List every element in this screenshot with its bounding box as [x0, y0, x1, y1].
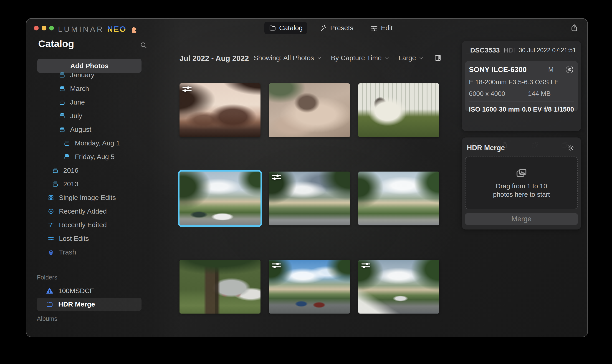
photo-image — [269, 83, 350, 137]
sidebar-item-single-image-edits[interactable]: Single Image Edits — [37, 191, 147, 205]
tab-label: Edit — [381, 24, 393, 32]
sidebar-item-july[interactable]: July — [37, 109, 147, 123]
sidebar-item-august[interactable]: August — [37, 123, 147, 136]
filter-label: Showing: All Photos — [254, 54, 314, 62]
item-label: Lost Edits — [59, 235, 89, 242]
item-label: Trash — [59, 248, 76, 256]
filter-sort-dropdown[interactable]: By Capture Time — [331, 54, 389, 62]
add-photos-label: Add Photos — [70, 62, 109, 70]
edited-badge-icon — [361, 262, 371, 269]
photo-image — [180, 260, 261, 313]
camera-info-card: SONY ILCE-6300 M E 18-200mm F3.5-6.3 OSS… — [465, 61, 578, 111]
app-logo: LUMINAR NEO — [58, 25, 138, 34]
image-dimensions: 6000 x 4000 — [469, 90, 505, 97]
sidebar-item-2013[interactable]: 2013 — [37, 177, 147, 191]
sidebar-item-march[interactable]: March — [37, 82, 147, 95]
photo-thumbnail-5[interactable] — [269, 171, 350, 225]
photo-info-card: _DSC3533_HDR 30 Jul 2022 07:21:51 SONY I… — [462, 41, 581, 131]
edited-badge-icon — [272, 262, 281, 269]
camera-icon — [565, 65, 574, 74]
hdr-merge-title: HDR Merge — [467, 144, 505, 152]
chevron-down-icon — [317, 55, 322, 60]
shooting-mode-badge: M — [548, 66, 554, 73]
date-range-title: Jul 2022 - Aug 2022 — [180, 54, 249, 63]
folders-section-label: Folders — [37, 274, 57, 281]
item-label: HDR Merge — [58, 300, 95, 308]
sidebar-item-lost-edits[interactable]: Lost Edits — [37, 232, 147, 245]
calendar-icon — [52, 181, 58, 187]
hdr-merge-panel: HDR Merge Drag from 1 to 10 photos here … — [462, 137, 581, 230]
sliders-icon — [48, 222, 54, 228]
camera-model: SONY ILCE-6300 — [469, 65, 548, 74]
photo-thumbnail-7[interactable] — [180, 260, 261, 313]
item-label: 2016 — [63, 167, 79, 174]
divider — [469, 102, 574, 102]
iso-value: ISO 1600 — [469, 106, 497, 113]
catalog-tree: January March June July August Monday, A… — [37, 71, 147, 260]
photo-thumbnail-4-selected[interactable] — [180, 171, 261, 225]
calendar-icon — [59, 126, 65, 133]
tab-edit[interactable]: Edit — [366, 22, 397, 34]
luminar-neo-window: LUMINAR NEO Catalog Presets Edit Catalog… — [26, 18, 588, 337]
puzzle-icon — [130, 25, 138, 33]
focal-length-value: 30 mm — [499, 106, 520, 113]
chevron-down-icon — [419, 55, 424, 60]
photo-grid — [180, 83, 439, 313]
sidebar-item-monday-aug-1[interactable]: Monday, Aug 1 — [37, 136, 147, 150]
photo-image — [358, 83, 439, 137]
sidebar-item-trash[interactable]: Trash — [37, 245, 147, 259]
hdr-drop-zone[interactable]: Drag from 1 to 10 photos here to start — [465, 156, 578, 209]
sidebar-item-june[interactable]: June — [37, 95, 147, 109]
merge-button[interactable]: Merge — [465, 213, 578, 225]
folder-icon — [46, 301, 53, 308]
photos-icon — [515, 167, 527, 179]
item-label: August — [70, 126, 91, 133]
item-label: 100MSDCF — [58, 287, 94, 295]
photo-thumbnail-2[interactable] — [269, 83, 350, 137]
photo-thumbnail-1[interactable] — [180, 83, 261, 137]
panel-layout-icon[interactable] — [434, 54, 442, 62]
shutter-speed-value: 1/1500 — [554, 106, 574, 113]
photo-image — [180, 171, 261, 225]
calendar-icon — [59, 113, 65, 119]
photo-thumbnail-6[interactable] — [358, 171, 439, 225]
filter-showing-dropdown[interactable]: Showing: All Photos — [254, 54, 322, 62]
photo-thumbnail-8[interactable] — [269, 260, 350, 313]
sidebar-item-hdr-merge[interactable]: HDR Merge — [46, 300, 95, 308]
sidebar-item-recently-edited[interactable]: Recently Edited — [37, 218, 147, 232]
photo-thumbnail-9[interactable] — [358, 260, 439, 313]
sidebar-item-100msdcf[interactable]: 100MSDCF — [46, 287, 94, 295]
tab-catalog[interactable]: Catalog — [264, 22, 307, 34]
zoom-window-button[interactable] — [49, 26, 54, 30]
sliders-icon — [371, 24, 378, 32]
filename-fade — [500, 46, 518, 54]
sidebar-item-2016[interactable]: 2016 — [37, 164, 147, 177]
item-label: March — [70, 85, 89, 92]
filter-label: By Capture Time — [331, 54, 382, 62]
item-label: June — [70, 98, 85, 106]
sidebar-item-recently-added[interactable]: Recently Added — [37, 205, 147, 218]
filter-thumbnail-size-dropdown[interactable]: Large — [399, 54, 424, 62]
filter-label: Large — [399, 54, 416, 62]
share-icon[interactable] — [569, 23, 579, 33]
search-icon[interactable] — [140, 41, 147, 49]
gear-icon[interactable] — [567, 144, 575, 152]
tab-presets[interactable]: Presets — [315, 22, 358, 34]
close-window-button[interactable] — [34, 26, 39, 30]
add-photos-button[interactable]: Add Photos — [37, 59, 141, 73]
merge-button-label: Merge — [512, 215, 531, 223]
sliders-icon — [48, 235, 54, 242]
tab-label: Presets — [330, 24, 353, 32]
chevron-down-icon — [385, 55, 389, 60]
photo-thumbnail-3[interactable] — [358, 83, 439, 137]
sidebar-item-friday-aug-5[interactable]: Friday, Aug 5 — [37, 150, 147, 164]
trash-icon — [48, 249, 54, 255]
grid-filter-bar: Showing: All Photos By Capture Time Larg… — [254, 54, 442, 62]
item-label: 2013 — [63, 180, 79, 188]
calendar-icon — [59, 72, 65, 78]
exposure-value: 0.0 EV — [522, 106, 542, 113]
minimize-window-button[interactable] — [42, 26, 46, 30]
calendar-icon — [64, 140, 70, 146]
calendar-icon — [59, 85, 65, 92]
sidebar-item-january[interactable]: January — [37, 71, 147, 82]
